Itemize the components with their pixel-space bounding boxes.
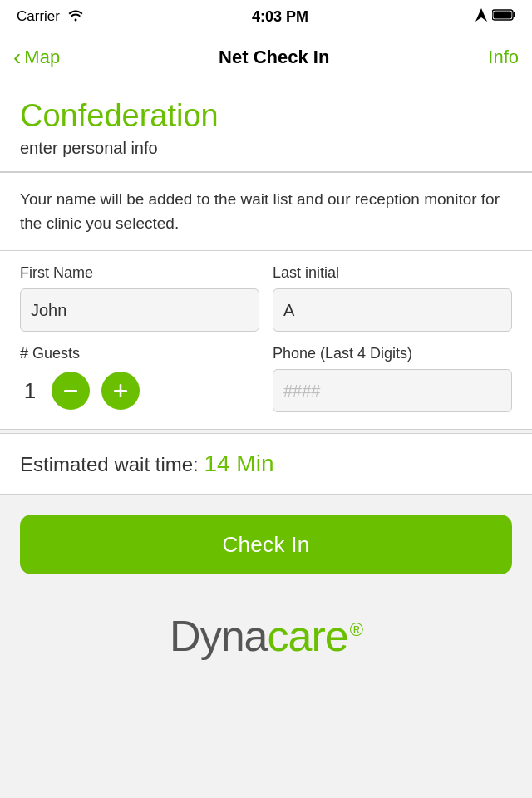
phone-label: Phone (Last 4 Digits) (273, 345, 512, 362)
logo-care-text: care (268, 612, 348, 660)
svg-rect-4 (64, 390, 77, 392)
clinic-name: Confederation (20, 98, 512, 134)
plus-icon (111, 381, 131, 401)
guests-value: 1 (20, 378, 40, 404)
info-button[interactable]: Info (488, 47, 519, 68)
guests-group: # Guests 1 (20, 345, 259, 412)
content-header: Confederation enter personal info (0, 81, 532, 171)
footer: Dynacare® (0, 594, 532, 694)
status-left: Carrier (17, 8, 85, 26)
first-name-input[interactable] (20, 288, 259, 332)
status-bar: Carrier 4:03 PM (0, 0, 532, 33)
back-button[interactable]: ‹ Map (13, 44, 60, 71)
stepper: 1 (20, 369, 259, 412)
increment-button[interactable] (101, 372, 140, 410)
svg-marker-0 (475, 8, 487, 22)
checkin-button[interactable]: Check In (20, 515, 512, 574)
guests-phone-row: # Guests 1 Phone (Last 4 Digits) (20, 345, 512, 412)
last-initial-group: Last initial (273, 264, 512, 332)
carrier-label: Carrier (17, 8, 60, 25)
separator-2 (0, 429, 532, 430)
wait-time-label: Estimated wait time: (20, 453, 204, 475)
form-area: First Name Last initial # Guests 1 (0, 251, 532, 429)
first-name-group: First Name (20, 264, 259, 332)
phone-group: Phone (Last 4 Digits) (273, 345, 512, 412)
back-label: Map (24, 47, 60, 68)
battery-icon (492, 8, 515, 25)
status-right (475, 8, 515, 26)
nav-bar: ‹ Map Net Check In Info (0, 33, 532, 81)
svg-rect-2 (513, 12, 515, 17)
decrement-button[interactable] (52, 372, 90, 410)
wait-time-value: 14 Min (204, 451, 273, 476)
svg-rect-3 (493, 12, 511, 19)
location-arrow-icon (475, 8, 487, 26)
checkin-section: Check In (0, 495, 532, 594)
minus-icon (61, 381, 81, 401)
last-initial-input[interactable] (273, 288, 512, 332)
info-box: Your name will be added to the wait list… (0, 172, 532, 251)
chevron-left-icon: ‹ (13, 44, 21, 71)
svg-rect-6 (120, 384, 122, 397)
guests-label: # Guests (20, 345, 259, 362)
first-name-label: First Name (20, 264, 259, 282)
logo-dyna-text: Dyna (170, 612, 267, 660)
section-subtitle: enter personal info (20, 139, 512, 158)
wait-time-section: Estimated wait time: 14 Min (0, 433, 532, 495)
logo-registered-icon: ® (350, 619, 362, 640)
nav-title: Net Check In (219, 47, 329, 68)
dynacare-logo: Dynacare® (170, 611, 362, 661)
last-initial-label: Last initial (273, 264, 512, 282)
name-row: First Name Last initial (20, 264, 512, 332)
wifi-icon (66, 8, 85, 26)
status-time: 4:03 PM (252, 8, 308, 26)
phone-input[interactable] (273, 369, 512, 412)
info-text: Your name will be added to the wait list… (20, 188, 512, 235)
